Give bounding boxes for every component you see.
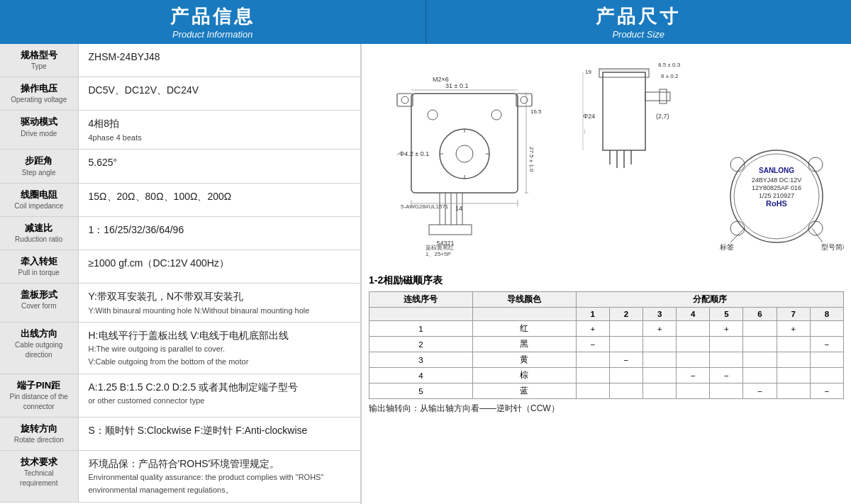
wiring-row: 3黄−	[369, 352, 844, 368]
wiring-cell	[677, 337, 710, 352]
wiring-col-header-span: 分配顺序	[576, 292, 843, 308]
wiring-cell	[643, 368, 677, 383]
wiring-cell: −	[810, 383, 843, 399]
svg-text:蓝棕黄黑红: 蓝棕黄黑红	[425, 245, 454, 251]
wiring-cell	[810, 368, 843, 383]
wiring-cell	[609, 368, 643, 383]
spec-value: S：顺时针 S:Clockwise F:逆时针 F:Anti-clockwise	[78, 417, 360, 450]
wiring-cell	[743, 321, 777, 337]
svg-text:M2×6: M2×6	[433, 76, 449, 83]
spec-label: 盖板形式 Cover form	[0, 284, 78, 323]
right-title-en: Product Size	[612, 29, 664, 40]
left-title-cn: 产品信息	[170, 4, 255, 29]
spec-value: ZHSM-24BYJ48	[78, 44, 360, 77]
svg-line-63	[730, 228, 745, 242]
spec-label: 驱动模式 Drive mode	[0, 111, 78, 150]
wiring-cell	[777, 352, 810, 368]
wiring-cell: 3	[369, 352, 473, 368]
wiring-cell	[643, 337, 677, 352]
wiring-cell	[743, 368, 777, 383]
spec-row: 规格型号 Type ZHSM-24BYJ48	[0, 44, 360, 77]
wiring-cell	[710, 337, 743, 352]
spec-label: 牵入转矩 Pull in torque	[0, 250, 78, 283]
wiring-num-header: 4	[677, 308, 710, 321]
wiring-num-header: 6	[743, 308, 777, 321]
svg-rect-39	[660, 89, 667, 103]
left-panel: 规格型号 Type ZHSM-24BYJ48 操作电压 Operating vo…	[0, 44, 362, 504]
svg-text:27.5 ± 1.0: 27.5 ± 1.0	[528, 147, 535, 172]
svg-point-59	[730, 157, 745, 172]
svg-text:-Φ4.2 ± 0.1: -Φ4.2 ± 0.1	[397, 150, 429, 157]
svg-point-61	[730, 221, 745, 235]
spec-label: 旋转方向 Rotate direction	[0, 417, 78, 450]
spec-value: A:1.25 B:1.5 C:2.0 D:2.5 或者其他制定端子型号 or o…	[78, 374, 360, 417]
wiring-num-header: 3	[643, 308, 677, 321]
svg-text:RoHS: RoHS	[766, 199, 787, 208]
wiring-cell	[743, 337, 777, 352]
main-content: 规格型号 Type ZHSM-24BYJ48 操作电压 Operating vo…	[0, 44, 851, 504]
wiring-cell	[810, 352, 843, 368]
wiring-cell: 4	[369, 368, 473, 383]
wiring-cell	[710, 383, 743, 399]
wiring-cell	[777, 337, 810, 352]
spec-value: 15Ω、20Ω、80Ω、100Ω、200Ω	[78, 183, 360, 216]
wiring-cell: −	[677, 368, 710, 383]
wiring-cell: −	[743, 383, 777, 399]
spec-label: 规格型号 Type	[0, 44, 78, 77]
spec-label: 线圈电阻 Coil impedance	[0, 183, 78, 216]
svg-point-5	[428, 110, 438, 120]
wiring-num-header: 1	[576, 308, 609, 321]
svg-point-6	[491, 110, 501, 120]
svg-rect-1	[397, 94, 413, 106]
diagram-top: 54321 蓝棕黄黑红 1、25+5P 31 ± 0.1 -Φ4.2 ± 0.1…	[369, 51, 844, 271]
wiring-cell	[677, 352, 710, 368]
svg-point-8	[456, 145, 473, 162]
wiring-title: 1-2相励磁顺序表	[369, 274, 844, 287]
svg-text:SANLONG: SANLONG	[759, 167, 794, 174]
wiring-cell	[609, 321, 643, 337]
spec-row: 牵入转矩 Pull in torque ≥1000 gf.cm（DC:12V 4…	[0, 250, 360, 283]
svg-text:(2,7): (2,7)	[656, 113, 669, 120]
wiring-cell: −	[710, 368, 743, 383]
spec-row: 线圈电阻 Coil impedance 15Ω、20Ω、80Ω、100Ω、200…	[0, 183, 360, 216]
svg-point-4	[521, 96, 528, 103]
wiring-row: 2黑−−	[369, 337, 844, 352]
left-title-en: Product Information	[172, 29, 252, 40]
wiring-cell	[777, 383, 810, 399]
spec-label: 技术要求 Technical requirement	[0, 451, 78, 503]
wiring-cell	[576, 352, 609, 368]
spec-value: Y:带双耳安装孔，N不带双耳安装孔 Y:With binaural mounti…	[78, 284, 360, 323]
wiring-row: 1红++++	[369, 321, 844, 337]
wiring-cell: 蓝	[472, 383, 576, 399]
svg-text:5-AWG28#UL1571: 5-AWG28#UL1571	[401, 203, 449, 210]
header-left: 产品信息 Product Information	[0, 0, 426, 44]
wiring-cell: 红	[472, 321, 576, 337]
svg-text:12Y80825AF  016: 12Y80825AF 016	[752, 184, 801, 191]
wiring-cell: +	[777, 321, 810, 337]
spec-value: 1：16/25/32/36/64/96	[78, 216, 360, 250]
spec-label: 操作电压 Operating voltage	[0, 77, 78, 111]
wiring-cell: +	[576, 321, 609, 337]
svg-text:Φ24: Φ24	[583, 113, 595, 120]
wiring-cell: −	[810, 337, 843, 352]
wiring-cell	[643, 383, 677, 399]
wiring-cell	[677, 383, 710, 399]
wiring-num-header: 8	[810, 308, 843, 321]
wiring-cell: −	[609, 352, 643, 368]
wiring-col-header: 连线序号	[369, 292, 473, 308]
wiring-cell	[710, 352, 743, 368]
wiring-cell	[743, 352, 777, 368]
svg-text:标签: 标签	[719, 243, 734, 251]
spec-value: 5.625°	[78, 150, 360, 183]
wiring-cell	[810, 321, 843, 337]
right-panel: 54321 蓝棕黄黑红 1、25+5P 31 ± 0.1 -Φ4.2 ± 0.1…	[362, 44, 851, 504]
spec-row: 减速比 Ruduction ratio 1：16/25/32/36/64/96	[0, 216, 360, 250]
wiring-num-header: 2	[609, 308, 643, 321]
svg-text:1、25+5P: 1、25+5P	[425, 251, 451, 257]
spec-value: 环境品保：产品符合'ROHS'环境管理规定。 Environmental qua…	[78, 451, 360, 503]
svg-text:6 ± 0.2: 6 ± 0.2	[661, 73, 679, 79]
wiring-cell	[643, 352, 677, 368]
wiring-cell	[609, 337, 643, 352]
spec-value: 4相8拍 4phase 4 beats	[78, 111, 360, 150]
spec-row: 端子PIN距 Pin distance of the connector A:1…	[0, 374, 360, 417]
